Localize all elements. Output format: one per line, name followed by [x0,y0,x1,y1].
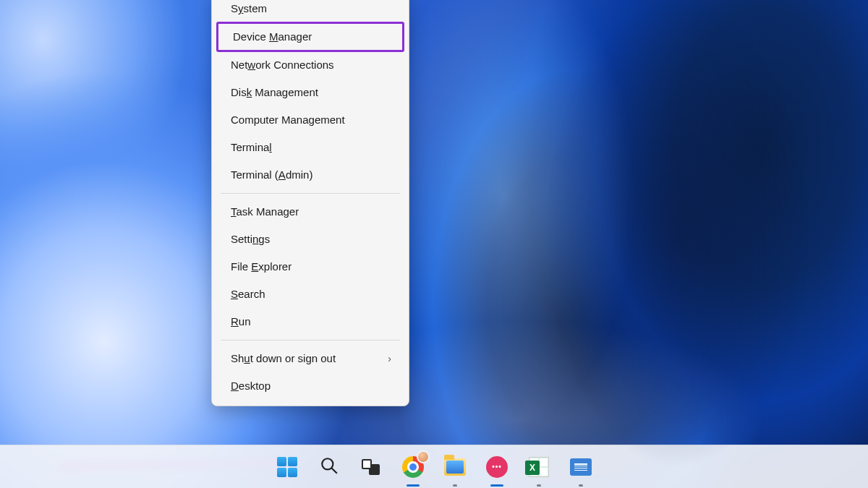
menu-item-label: Desktop [231,372,271,400]
snagit-icon: ••• [486,456,508,478]
menu-item-terminal[interactable]: Terminal [212,134,409,161]
profile-avatar-icon [417,450,430,463]
menu-item-system[interactable]: System [212,0,409,22]
menu-item-settings[interactable]: Settings [212,226,409,253]
search-icon [320,456,339,478]
menu-item-label: Search [231,281,265,308]
menu-item-label: Shut down or sign out [231,345,336,372]
winx-context-menu: SystemDevice ManagerNetwork ConnectionsD… [211,0,409,406]
taskbar: ••• [0,445,868,488]
menu-item-disk-management[interactable]: Disk Management [212,79,409,106]
menu-item-label: Terminal [231,134,272,161]
menu-item-label: Disk Management [231,79,318,106]
menu-item-search[interactable]: Search [212,281,409,308]
menu-item-task-manager[interactable]: Task Manager [212,198,409,226]
task-view-button[interactable] [356,452,386,482]
desktop-wallpaper: SystemDevice ManagerNetwork ConnectionsD… [0,0,868,488]
menu-item-label: Settings [231,226,270,253]
svg-point-0 [322,458,333,469]
task-view-icon [362,459,380,475]
file-explorer-icon [444,458,466,476]
file-explorer-taskbar-button[interactable] [440,452,470,482]
menu-item-device-manager[interactable]: Device Manager [216,22,404,52]
menu-separator [221,340,400,341]
wordpad-taskbar-button[interactable] [566,452,596,482]
chrome-taskbar-button[interactable] [398,452,428,482]
snagit-taskbar-button[interactable]: ••• [482,452,512,482]
menu-item-network-connections[interactable]: Network Connections [212,51,409,79]
menu-item-shutdown-signout[interactable]: Shut down or sign out› [212,345,409,372]
menu-item-label: Task Manager [231,198,299,226]
chevron-right-icon: › [388,345,391,372]
menu-item-label: Network Connections [231,51,334,79]
search-button[interactable] [314,452,344,482]
menu-item-desktop[interactable]: Desktop [212,372,409,400]
excel-taskbar-button[interactable] [524,452,554,482]
menu-separator [221,193,400,194]
excel-icon [529,457,549,477]
menu-item-label: File Explorer [231,253,292,281]
menu-item-label: System [231,0,267,22]
menu-item-label: Computer Management [231,106,345,134]
menu-item-run[interactable]: Run [212,308,409,335]
windows-logo-icon [277,457,297,477]
menu-item-label: Run [231,308,251,335]
menu-item-label: Device Manager [233,24,312,50]
menu-item-computer-management[interactable]: Computer Management [212,106,409,134]
menu-item-label: Terminal (Admin) [231,161,312,189]
wordpad-icon [570,458,592,476]
menu-item-terminal-admin[interactable]: Terminal (Admin) [212,161,409,189]
menu-item-file-explorer[interactable]: File Explorer [212,253,409,281]
svg-line-1 [331,468,337,474]
start-button[interactable] [272,452,302,482]
